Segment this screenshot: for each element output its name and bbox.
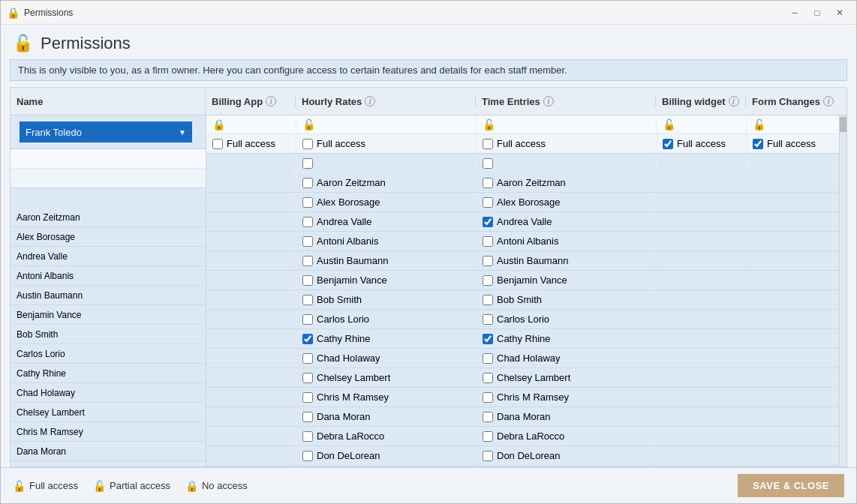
hourly-rates-lock-icon: 🔓 (302, 118, 315, 130)
form-changes-full-access-checkbox[interactable] (753, 139, 763, 149)
billing-app-info-icon[interactable]: i (266, 96, 276, 106)
time-blank-checkbox[interactable] (483, 158, 493, 169)
form-changes-cell-4 (747, 251, 839, 270)
time-checkbox-2[interactable] (483, 217, 493, 227)
time-checkbox-1[interactable] (483, 197, 493, 208)
staff-name-list: Aaron ZeitzmanAlex BorosageAndrea ValleA… (11, 208, 206, 466)
hourly-checkbox-10[interactable] (302, 373, 313, 383)
permissions-table: Name Billing App i Hourly Rates i Time E… (10, 87, 847, 467)
perm-row-6: Bob SmithBob Smith (206, 290, 839, 310)
hourly-checkbox-7[interactable] (302, 314, 313, 325)
billing-app-full-access-checkbox[interactable] (212, 139, 223, 149)
time-entries-full-access-label: Full access (497, 138, 546, 149)
time-checkbox-9[interactable] (483, 353, 493, 364)
partial-access-legend-label: Partial access (110, 480, 170, 491)
time-checkbox-8[interactable] (483, 334, 493, 344)
form-changes-info-icon[interactable]: i (823, 96, 834, 106)
hourly-label-5: Benjamin Vance (317, 274, 387, 286)
form-changes-full-access-cell: Full access (747, 134, 839, 153)
time-checkbox-5[interactable] (483, 275, 493, 286)
hourly-checkbox-4[interactable] (302, 256, 313, 266)
time-checkbox-14[interactable] (483, 451, 493, 461)
hourly-cell-9: Chad Holaway (296, 349, 477, 368)
close-button[interactable]: ✕ (829, 5, 850, 20)
time-checkbox-7[interactable] (483, 314, 493, 325)
time-entries-lock-cell: 🔓 (477, 116, 657, 134)
permissions-columns: 🔒 🔓 🔓 🔓 🔓 (206, 116, 839, 466)
perm-row-9: Chad HolawayChad Holaway (206, 349, 839, 368)
billing-widget-info-icon[interactable]: i (729, 96, 739, 106)
hourly-rates-info-icon[interactable]: i (365, 96, 375, 106)
hourly-checkbox-0[interactable] (302, 178, 313, 188)
time-cell-1: Alex Borosage (477, 193, 657, 212)
scrollbar-thumb[interactable] (840, 117, 847, 132)
billing-widget-cell-5 (657, 271, 747, 290)
time-checkbox-13[interactable] (483, 431, 493, 442)
hourly-checkbox-11[interactable] (302, 392, 313, 403)
user-dropdown[interactable]: Frank Toledo ▼ (20, 122, 192, 142)
title-bar-left: 🔒 Permissions (7, 7, 73, 19)
time-checkbox-11[interactable] (483, 392, 493, 403)
time-cell-2: Andrea Valle (477, 212, 657, 231)
hourly-label-14: Don DeLorean (317, 450, 380, 461)
time-entries-full-access-checkbox[interactable] (483, 139, 493, 149)
billing-app-full-access-label: Full access (227, 138, 275, 149)
time-label-6: Bob Smith (497, 294, 542, 305)
hourly-checkbox-2[interactable] (302, 217, 313, 227)
save-close-button[interactable]: SAVE & CLOSE (738, 474, 844, 497)
billing-app-cell-0 (206, 173, 296, 192)
hourly-checkbox-8[interactable] (302, 334, 313, 344)
time-label-4: Austin Baumann (497, 255, 568, 266)
hourly-blank-checkbox[interactable] (302, 158, 313, 169)
billing-app-cell-9 (206, 349, 296, 368)
hourly-rates-full-access-checkbox[interactable] (302, 139, 313, 149)
time-label-10: Chelsey Lambert (497, 372, 570, 383)
full-access-legend-label: Full access (29, 480, 78, 491)
time-checkbox-3[interactable] (483, 236, 493, 247)
time-label-14: Don DeLorean (497, 450, 561, 461)
hourly-label-8: Cathy Rhine (317, 333, 371, 344)
name-row-8: Cathy Rhine (11, 364, 206, 383)
hourly-rates-lock-cell: 🔓 (296, 116, 477, 134)
name-row-1: Alex Borosage (11, 227, 206, 247)
time-checkbox-0[interactable] (483, 178, 493, 188)
window-controls: – □ ✕ (784, 5, 850, 20)
spacer-row (206, 154, 839, 173)
time-checkbox-10[interactable] (483, 373, 493, 383)
form-changes-full-access-label: Full access (767, 138, 816, 149)
maximize-button[interactable]: □ (807, 5, 828, 20)
hourly-label-10: Chelsey Lambert (317, 372, 390, 383)
time-label-5: Benjamin Vance (497, 274, 567, 286)
hourly-checkbox-3[interactable] (302, 236, 313, 247)
time-checkbox-4[interactable] (483, 256, 493, 266)
billing-widget-full-access-checkbox[interactable] (663, 139, 673, 149)
time-cell-0: Aaron Zeitzman (477, 173, 657, 192)
name-row-6: Bob Smith (11, 325, 206, 344)
info-bar: This is only visible to you, as a firm o… (10, 59, 847, 81)
time-cell-13: Debra LaRocco (477, 427, 657, 446)
hourly-checkbox-1[interactable] (302, 197, 313, 208)
window-title: Permissions (24, 8, 73, 18)
time-checkbox-6[interactable] (483, 295, 493, 305)
billing-widget-cell-7 (657, 310, 747, 328)
billing-widget-full-access-label: Full access (677, 138, 726, 149)
hourly-checkbox-9[interactable] (302, 353, 313, 364)
billing-widget-cell-2 (657, 212, 747, 231)
form-changes-cell-9 (747, 349, 839, 368)
hourly-checkbox-6[interactable] (302, 295, 313, 305)
full-access-row: Full access Full access Full access Full… (206, 134, 839, 154)
hourly-label-9: Chad Holaway (317, 352, 380, 364)
form-changes-cell-10 (747, 368, 839, 387)
time-checkbox-12[interactable] (483, 412, 493, 422)
hourly-checkbox-12[interactable] (302, 412, 313, 422)
hourly-checkbox-14[interactable] (302, 451, 313, 461)
billing-widget-cell-0 (657, 173, 747, 192)
perm-row-0: Aaron ZeitzmanAaron Zeitzman (206, 173, 839, 193)
minimize-button[interactable]: – (784, 5, 805, 20)
scrollbar[interactable] (839, 116, 846, 466)
name-row-13: Debra LaRocco (11, 461, 206, 466)
billing-widget-lock-cell: 🔓 (657, 116, 747, 134)
time-entries-info-icon[interactable]: i (543, 96, 554, 106)
hourly-checkbox-13[interactable] (302, 431, 313, 442)
hourly-checkbox-5[interactable] (302, 275, 313, 286)
